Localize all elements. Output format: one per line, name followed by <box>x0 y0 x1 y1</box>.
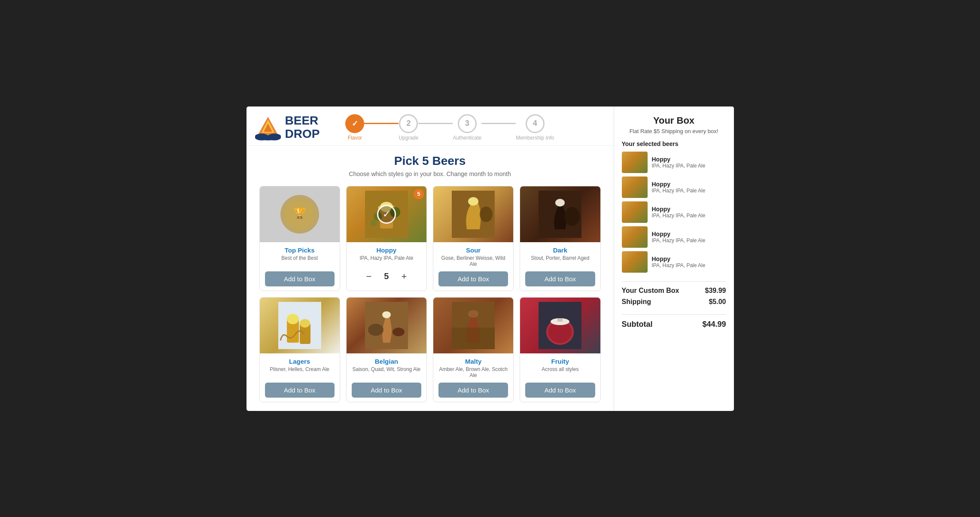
beer-info-lagers: Lagers Pilsner, Helles, Cream Ale Add to… <box>260 353 340 402</box>
svg-point-29 <box>382 311 391 318</box>
selected-beer-3: Hoppy IPA, Hazy IPA, Pale Ale <box>622 201 726 223</box>
selected-beer-styles-5: IPA, Hazy IPA, Pale Ale <box>652 262 706 268</box>
beer-img-dark <box>520 186 600 242</box>
selected-beer-img-2 <box>622 176 648 198</box>
add-to-box-malty[interactable]: Add to Box <box>438 383 508 398</box>
svg-point-31 <box>393 328 405 336</box>
beer-name-sour: Sour <box>438 246 508 254</box>
beer-name-malty: Malty <box>438 358 508 365</box>
selected-beer-img-1 <box>622 152 648 173</box>
qty-control-hoppy: − 5 + <box>352 267 421 286</box>
custom-box-label: Your Custom Box <box>622 287 679 295</box>
selected-beer-name-2: Hoppy <box>652 181 706 188</box>
beer-img-topicks: 🏆 <box>260 186 340 242</box>
beer-image-lagers <box>260 298 340 353</box>
beer-styles-dark: Stout, Porter, Barrel Aged <box>525 255 595 261</box>
beer-card-sour: Sour Gose, Berliner Weisse, Wild Ale Add… <box>433 186 514 291</box>
selected-beer-name-3: Hoppy <box>652 206 706 213</box>
beer-info-dark: Dark Stout, Porter, Barrel Aged Add to B… <box>520 242 600 291</box>
step-authenticate: 3 Authenticate <box>453 114 481 141</box>
svg-rect-39 <box>557 318 563 322</box>
svg-rect-34 <box>452 328 495 349</box>
svg-point-16 <box>370 219 377 226</box>
svg-text:🏆: 🏆 <box>293 207 306 219</box>
beer-card-top-picks: 🏆 Top Picks Best of the Best Add to Box <box>259 186 340 291</box>
beer-card-lagers: Lagers Pilsner, Helles, Cream Ale Add to… <box>259 297 340 402</box>
beer-img-belgian <box>347 298 426 353</box>
selected-beer-info-3: Hoppy IPA, Hazy IPA, Pale Ale <box>652 206 706 219</box>
beer-styles-belgian: Saison, Quad, Wit, Strong Ale <box>352 366 421 372</box>
beer-styles-lagers: Pilsner, Helles, Cream Ale <box>265 366 335 372</box>
beer-card-dark: Dark Stout, Porter, Barrel Aged Add to B… <box>520 186 600 291</box>
connector-3-4 <box>481 123 516 124</box>
beer-image-sour <box>433 186 513 242</box>
step-label-upgrade: Upgrade <box>399 135 418 141</box>
beer-check-hoppy: ✓ <box>377 205 396 224</box>
selected-beer-name-4: Hoppy <box>652 231 706 237</box>
add-to-box-fruity[interactable]: Add to Box <box>525 383 595 398</box>
selected-beer-name-5: Hoppy <box>652 255 706 262</box>
beer-card-hoppy: 5 ✓ Hoppy IPA, Hazy IPA, Pale Ale − 5 + <box>346 186 427 291</box>
selected-beer-info-5: Hoppy IPA, Hazy IPA, Pale Ale <box>652 255 706 268</box>
step-circle-authenticate: 3 <box>458 114 477 133</box>
step-circle-membership: 4 <box>526 114 545 133</box>
price-row-subtotal: Subtotal $44.99 <box>622 320 726 329</box>
beer-info-fruity: Fruity Across all styles Add to Box <box>520 353 600 402</box>
selected-beer-5: Hoppy IPA, Hazy IPA, Pale Ale <box>622 251 726 273</box>
selected-beer-img-5 <box>622 251 648 273</box>
step-membership: 4 Membership Info <box>516 114 554 141</box>
selected-beer-info-1: Hoppy IPA, Hazy IPA, Pale Ale <box>652 156 706 169</box>
beer-card-fruity: Fruity Across all styles Add to Box <box>520 297 600 402</box>
svg-point-30 <box>368 324 383 336</box>
beer-info-malty: Malty Amber Ale, Brown Ale, Scotch Ale A… <box>433 353 513 402</box>
selected-beer-info-4: Hoppy IPA, Hazy IPA, Pale Ale <box>652 231 706 243</box>
beer-name-lagers: Lagers <box>265 358 335 365</box>
price-row-custom-box: Your Custom Box $39.99 <box>622 287 726 295</box>
selected-beer-styles-3: IPA, Hazy IPA, Pale Ale <box>652 213 706 219</box>
logo-line1: BEER <box>285 114 320 128</box>
header: BEER DROP ✓ Flavor 2 Upgrade <box>247 106 614 146</box>
add-to-box-sour[interactable]: Add to Box <box>438 271 508 286</box>
add-to-box-dark[interactable]: Add to Box <box>525 271 595 286</box>
step-label-flavor: Flavor <box>348 135 362 141</box>
step-flavor: ✓ Flavor <box>345 114 364 141</box>
beer-styles-hoppy: IPA, Hazy IPA, Pale Ale <box>352 255 421 261</box>
svg-point-27 <box>300 319 310 328</box>
beer-name-dark: Dark <box>525 246 595 254</box>
beer-image-malty <box>433 298 513 353</box>
add-to-box-top-picks[interactable]: Add to Box <box>265 271 335 286</box>
svg-point-22 <box>564 207 580 226</box>
add-to-box-lagers[interactable]: Add to Box <box>265 383 335 398</box>
selected-beer-styles-2: IPA, Hazy IPA, Pale Ale <box>652 188 706 194</box>
beer-name-fruity: Fruity <box>525 358 595 365</box>
subtotal-price: $44.99 <box>702 320 726 329</box>
page-title: Pick 5 Beers <box>259 154 601 168</box>
beer-img-sour <box>433 186 513 242</box>
beer-img-malty <box>433 298 513 353</box>
selected-beer-4: Hoppy IPA, Hazy IPA, Pale Ale <box>622 226 726 248</box>
sidebar: Your Box Flat Rate $5 Shipping on every … <box>614 106 734 411</box>
selected-beer-2: Hoppy IPA, Hazy IPA, Pale Ale <box>622 176 726 198</box>
beer-info-top-picks: Top Picks Best of the Best Add to Box <box>260 242 340 291</box>
qty-decrease-hoppy[interactable]: − <box>362 270 375 283</box>
beer-image-top-picks: 🏆 <box>260 186 340 242</box>
qty-increase-hoppy[interactable]: + <box>398 270 411 283</box>
add-to-box-belgian[interactable]: Add to Box <box>352 383 421 398</box>
divider-2 <box>622 314 726 315</box>
main-area: BEER DROP ✓ Flavor 2 Upgrade <box>247 106 614 411</box>
beer-styles-top-picks: Best of the Best <box>265 255 335 261</box>
selected-beers-list: Hoppy IPA, Hazy IPA, Pale Ale Hoppy IPA,… <box>622 152 726 276</box>
beer-name-top-picks: Top Picks <box>265 246 335 254</box>
connector-1-2 <box>364 123 399 124</box>
beer-info-belgian: Belgian Saison, Quad, Wit, Strong Ale Ad… <box>347 353 426 402</box>
selected-beer-styles-1: IPA, Hazy IPA, Pale Ale <box>652 163 706 169</box>
sidebar-shipping-note: Flat Rate $5 Shipping on every box! <box>622 128 726 134</box>
svg-point-25 <box>287 314 299 324</box>
svg-point-33 <box>468 310 478 318</box>
beer-info-sour: Sour Gose, Berliner Weisse, Wild Ale Add… <box>433 242 513 291</box>
selected-beer-1: Hoppy IPA, Hazy IPA, Pale Ale <box>622 152 726 173</box>
beer-image-fruity <box>520 298 600 353</box>
step-label-membership: Membership Info <box>516 135 554 141</box>
beer-grid: 🏆 Top Picks Best of the Best Add to Box <box>259 186 601 402</box>
custom-box-price: $39.99 <box>705 287 726 295</box>
